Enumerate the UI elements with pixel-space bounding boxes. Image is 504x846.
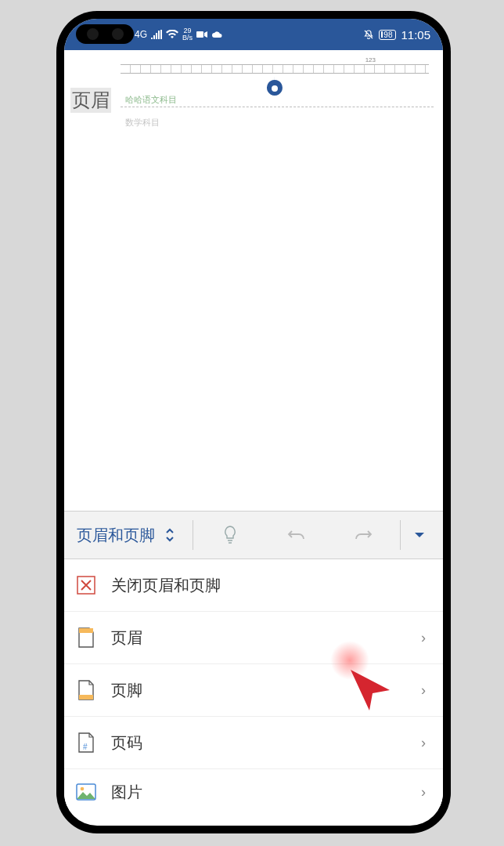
- svg-rect-0: [196, 31, 203, 38]
- svg-point-1: [272, 85, 278, 92]
- battery-percent: 98: [383, 31, 392, 39]
- wifi-icon: [166, 30, 178, 39]
- svg-rect-4: [79, 695, 93, 700]
- battery-indicator: 98: [379, 30, 396, 40]
- header-region-label: 页眉: [70, 88, 111, 113]
- svg-text:#: #: [83, 743, 88, 751]
- item-label: 页眉: [111, 627, 407, 649]
- picture-item[interactable]: 图片 ›: [64, 769, 443, 815]
- footer-icon: [75, 679, 97, 701]
- collapse-ribbon-icon[interactable]: [404, 512, 435, 559]
- ruler: 123: [121, 64, 429, 74]
- document-canvas[interactable]: 123 页眉 哈哈语文科目 数学科目: [64, 50, 443, 511]
- video-icon: [196, 31, 207, 38]
- divider: [400, 520, 401, 550]
- options-panel: 关闭页眉和页脚 页眉 › 页脚 › # 页码: [64, 559, 443, 815]
- item-label: 图片: [111, 782, 407, 803]
- header-item[interactable]: 页眉 ›: [64, 612, 443, 664]
- close-icon: [75, 574, 97, 596]
- speed-unit: B/s: [182, 34, 193, 42]
- cursor-handle-icon[interactable]: [266, 75, 283, 99]
- item-label: 页脚: [111, 680, 407, 701]
- cloud-icon: [211, 31, 222, 38]
- picture-icon: [75, 781, 97, 803]
- ruler-mark: 123: [365, 56, 376, 63]
- camera-pill: [76, 24, 134, 44]
- page-number-icon: #: [75, 732, 97, 754]
- screen: 4G 29 B/s: [64, 19, 443, 826]
- chevron-right-icon: ›: [421, 630, 426, 646]
- dnd-icon: [363, 29, 374, 40]
- ribbon-switch-icon[interactable]: [164, 526, 175, 544]
- item-label: 关闭页眉和页脚: [111, 575, 426, 596]
- document-line-2[interactable]: 数学科目: [125, 117, 160, 128]
- network-speed: 29 B/s: [182, 27, 193, 42]
- network-type-label: 4G: [135, 29, 147, 40]
- close-header-footer-item[interactable]: 关闭页眉和页脚: [64, 559, 443, 612]
- signal-icon: [151, 30, 162, 39]
- item-label: 页码: [111, 732, 407, 754]
- chevron-right-icon: ›: [421, 735, 426, 751]
- header-boundary-line: [121, 107, 434, 107]
- lightbulb-icon[interactable]: [196, 512, 263, 559]
- svg-rect-3: [79, 628, 93, 633]
- phone-frame: 4G 29 B/s: [56, 11, 451, 833]
- divider: [193, 520, 193, 550]
- document-line-1[interactable]: 哈哈语文科目: [125, 94, 177, 106]
- chevron-right-icon: ›: [421, 784, 426, 801]
- footer-item[interactable]: 页脚 ›: [64, 664, 443, 717]
- redo-icon[interactable]: [330, 512, 397, 559]
- page-number-item[interactable]: # 页码 ›: [64, 717, 443, 769]
- clock: 11:05: [401, 28, 430, 42]
- ribbon-toolbar: 页眉和页脚: [64, 511, 443, 559]
- chevron-right-icon: ›: [421, 682, 426, 699]
- svg-point-7: [81, 787, 85, 791]
- undo-icon[interactable]: [263, 512, 329, 559]
- ribbon-tab-title[interactable]: 页眉和页脚: [72, 525, 160, 546]
- header-icon: [75, 627, 97, 649]
